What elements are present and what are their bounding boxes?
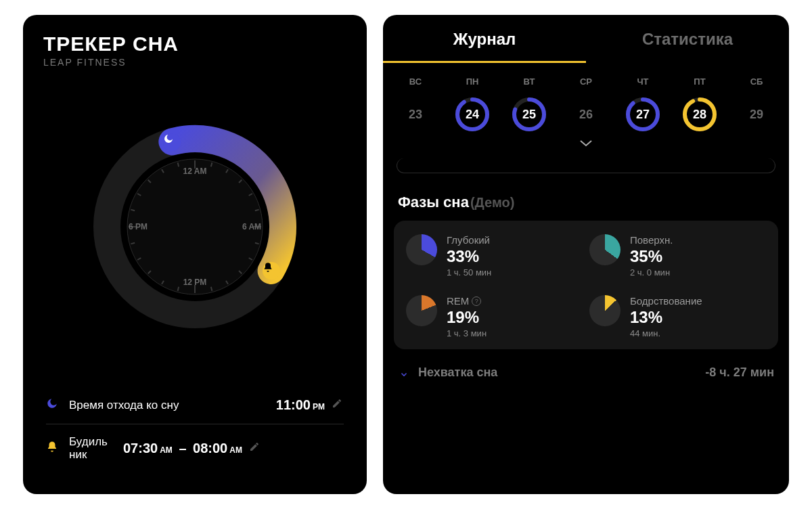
help-icon[interactable]: ? bbox=[472, 296, 481, 306]
edit-icon[interactable] bbox=[332, 398, 344, 412]
day-name: ПН bbox=[466, 76, 479, 87]
expand-week-button[interactable] bbox=[383, 133, 789, 154]
bell-icon bbox=[263, 262, 273, 273]
deficit-value: -8 ч. 27 мин bbox=[705, 366, 774, 380]
day-number: 27 bbox=[636, 108, 650, 122]
tab-stats[interactable]: Статистика bbox=[586, 15, 789, 63]
schedule-section: Время отхода ко сну 11:00PM Будиль ник 0… bbox=[43, 386, 346, 477]
day-item[interactable]: ПТ 28 bbox=[675, 76, 724, 133]
timeline-bar bbox=[397, 158, 775, 173]
phase-duration: 2 ч. 0 мин bbox=[630, 267, 673, 278]
phase-percent: 33% bbox=[447, 247, 491, 266]
week-day-picker: ВС 23 ПН 24 ВТ 25 СР 26 ЧТ 27 ПТ 28 СБ bbox=[383, 63, 789, 133]
phase-label: Глубокий bbox=[447, 234, 491, 246]
alarm-label: Будиль ник bbox=[69, 435, 123, 462]
app-subtitle: LEAP FITNESS bbox=[43, 57, 346, 68]
day-item[interactable]: ЧТ 27 bbox=[618, 76, 667, 133]
day-number: 23 bbox=[409, 108, 422, 122]
bell-icon bbox=[46, 441, 61, 456]
phase-label: REM ? bbox=[447, 295, 487, 307]
day-number: 24 bbox=[466, 108, 479, 122]
phase-item: Глубокий 33% 1 ч. 50 мин bbox=[406, 234, 583, 278]
phase-pie-icon bbox=[589, 234, 621, 265]
phase-percent: 19% bbox=[447, 308, 487, 327]
clock-label-12pm: 12 PM bbox=[183, 278, 207, 287]
alarm-time-range: 07:30AM – 08:00AM bbox=[123, 441, 242, 456]
phase-item: Бодрствование 13% 44 мин. bbox=[589, 295, 766, 338]
phase-label: Поверхн. bbox=[630, 234, 673, 246]
phases-title: Фазы сна(Демо) bbox=[383, 173, 789, 221]
day-ring: 23 bbox=[397, 96, 434, 133]
phase-pie-icon bbox=[406, 234, 437, 265]
left-header: ТРЕКЕР СНА LEAP FITNESS bbox=[43, 32, 346, 68]
deficit-label: Нехватка сна bbox=[418, 366, 497, 380]
day-item[interactable]: ВТ 25 bbox=[505, 76, 554, 133]
day-name: ВТ bbox=[524, 76, 535, 87]
day-number: 25 bbox=[522, 108, 536, 122]
day-number: 29 bbox=[750, 108, 763, 122]
phase-pie-icon bbox=[406, 295, 437, 326]
day-number: 26 bbox=[579, 108, 593, 122]
day-item[interactable]: СР 26 bbox=[562, 76, 610, 133]
day-ring: 29 bbox=[738, 96, 775, 133]
chevron-down-icon bbox=[579, 139, 593, 148]
day-ring: 24 bbox=[454, 96, 491, 133]
clock-label-6am: 6 AM bbox=[242, 222, 261, 231]
phase-percent: 13% bbox=[630, 308, 702, 327]
clock-dial bbox=[87, 118, 303, 335]
bedtime-time: 11:00PM bbox=[276, 397, 325, 413]
day-name: СР bbox=[580, 76, 592, 87]
phases-card: Глубокий 33% 1 ч. 50 мин Поверхн. 35% 2 … bbox=[394, 221, 778, 349]
phase-item: Поверхн. 35% 2 ч. 0 мин bbox=[589, 234, 766, 278]
moon-icon bbox=[46, 397, 61, 413]
moon-icon bbox=[163, 133, 174, 144]
phase-duration: 1 ч. 3 мин bbox=[447, 328, 487, 338]
day-item[interactable]: СБ 29 bbox=[732, 76, 781, 133]
tabs: Журнал Статистика bbox=[383, 15, 789, 63]
sleep-clock[interactable]: 12 AM 6 AM 12 PM 6 PM bbox=[43, 68, 346, 386]
phase-duration: 44 мин. bbox=[630, 328, 702, 338]
day-name: СБ bbox=[750, 76, 763, 87]
sleep-tracker-panel: ТРЕКЕР СНА LEAP FITNESS bbox=[23, 15, 367, 494]
tab-journal[interactable]: Журнал bbox=[383, 15, 586, 63]
sleep-deficit-row[interactable]: Нехватка сна -8 ч. 27 мин bbox=[398, 366, 774, 380]
day-number: 28 bbox=[693, 108, 706, 122]
day-name: ПТ bbox=[694, 76, 705, 87]
day-ring: 25 bbox=[511, 96, 547, 133]
phase-pie-icon bbox=[589, 295, 621, 326]
phase-label: Бодрствование bbox=[630, 295, 702, 307]
phase-duration: 1 ч. 50 мин bbox=[447, 267, 491, 278]
day-ring: 28 bbox=[681, 96, 718, 133]
journal-panel: Журнал Статистика ВС 23 ПН 24 ВТ 25 СР 2… bbox=[383, 15, 789, 494]
clock-label-6pm: 6 PM bbox=[129, 222, 148, 231]
alarm-row[interactable]: Будиль ник 07:30AM – 08:00AM bbox=[46, 424, 344, 472]
day-ring: 27 bbox=[625, 96, 661, 133]
app-title: ТРЕКЕР СНА bbox=[43, 32, 346, 56]
day-name: ВС bbox=[409, 76, 422, 87]
phase-item: REM ? 19% 1 ч. 3 мин bbox=[406, 295, 583, 338]
phase-percent: 35% bbox=[630, 247, 673, 266]
day-name: ЧТ bbox=[637, 76, 648, 87]
day-item[interactable]: ВС 23 bbox=[391, 76, 440, 133]
clock-label-12am: 12 AM bbox=[183, 167, 207, 176]
day-item[interactable]: ПН 24 bbox=[448, 76, 497, 133]
alarm-handle[interactable] bbox=[263, 262, 280, 280]
edit-icon[interactable] bbox=[249, 441, 261, 456]
bedtime-label: Время отхода ко сну bbox=[69, 399, 276, 412]
day-ring: 26 bbox=[568, 96, 604, 133]
bedtime-row[interactable]: Время отхода ко сну 11:00PM bbox=[46, 386, 344, 424]
arrow-down-icon bbox=[398, 367, 410, 379]
